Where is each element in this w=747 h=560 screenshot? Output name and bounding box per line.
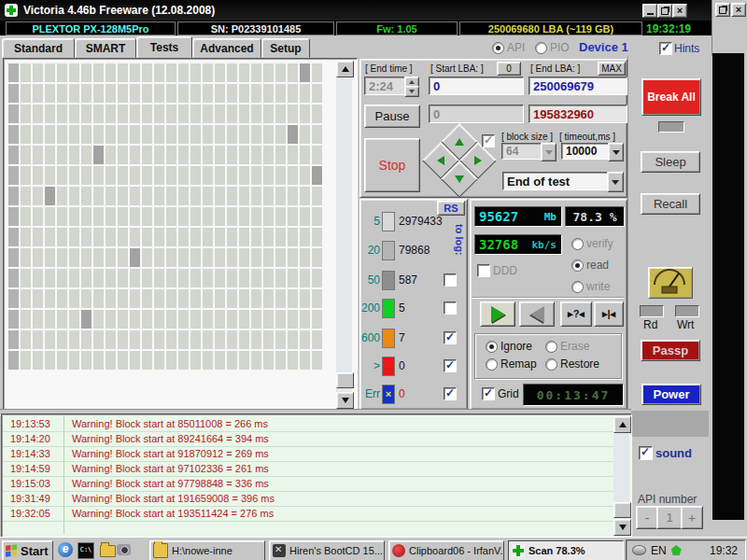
scan-block-cell xyxy=(21,330,31,349)
power-button[interactable]: Power xyxy=(641,384,701,405)
passp-button[interactable]: Passp xyxy=(641,340,700,361)
log-scrollbar-thumb[interactable] xyxy=(613,502,631,518)
folder-quicklaunch-icon[interactable] xyxy=(100,545,116,557)
ignore-radio-label: Ignore xyxy=(500,340,532,353)
scan-block-cell xyxy=(312,84,322,103)
log-rows: 19:13:53Warning! Block start at 85011008… xyxy=(3,416,613,534)
ignore-radio[interactable] xyxy=(486,341,498,353)
edge-seek-button[interactable]: ▸|◂ xyxy=(594,301,624,327)
scan-block-cell xyxy=(215,310,225,329)
tab-smart[interactable]: SMART xyxy=(75,38,136,58)
pause-button[interactable]: Pause xyxy=(364,105,420,128)
scan-block-cell xyxy=(118,125,128,144)
grid-scrollbar-track[interactable] xyxy=(336,61,352,407)
seek-test-button[interactable]: ▸?◂ xyxy=(560,301,592,327)
grid-checkbox[interactable] xyxy=(482,387,495,400)
log-scroll-down-button[interactable] xyxy=(613,519,631,536)
stop-button[interactable]: Stop xyxy=(364,138,420,192)
scan-block-cell xyxy=(300,146,310,164)
scan-block-cell xyxy=(81,351,92,370)
restore-radio[interactable] xyxy=(545,358,557,371)
desktop-black-area xyxy=(712,53,744,520)
grid-scroll-down-button[interactable] xyxy=(336,392,354,409)
end-time-spin-down[interactable] xyxy=(404,86,419,97)
taskbar-button-3[interactable]: Clipboard06 - IrfanV... xyxy=(388,540,504,560)
tools-icon xyxy=(273,544,286,557)
camera-quicklaunch-icon[interactable] xyxy=(117,544,131,555)
scan-block-cell xyxy=(45,187,55,205)
erase-radio[interactable] xyxy=(545,341,557,353)
scan-block-cell xyxy=(203,207,213,226)
start-button[interactable]: Start xyxy=(2,540,53,560)
title-bar[interactable]: Victoria 4.46b Freeware (12.08.2008) xyxy=(0,0,712,21)
tab-tests[interactable]: Tests xyxy=(136,36,192,58)
read-radio[interactable] xyxy=(571,259,584,272)
tab-advanced[interactable]: Advanced xyxy=(192,38,261,58)
restore-button[interactable] xyxy=(657,4,672,18)
minimize-button[interactable] xyxy=(642,4,657,18)
scan-block-cell xyxy=(300,330,310,349)
scan-block-cell xyxy=(251,351,261,370)
mouse-tray-icon[interactable] xyxy=(632,545,646,555)
end-lba-max-button[interactable]: MAX xyxy=(598,62,626,76)
block-size-combo[interactable]: 64 xyxy=(501,143,546,160)
start-lba-input[interactable]: 0 xyxy=(429,77,524,95)
taskbar-button-4[interactable]: Scan 78.3% xyxy=(508,540,624,560)
bg-restore-button[interactable] xyxy=(715,3,730,17)
api-plus-button[interactable]: + xyxy=(681,506,703,529)
legend-log-checkbox[interactable] xyxy=(444,387,457,400)
pio-radio[interactable] xyxy=(535,42,547,54)
log-scroll-up-button[interactable] xyxy=(613,416,631,433)
end-action-select-button[interactable] xyxy=(607,172,624,192)
verify-radio[interactable] xyxy=(571,238,584,250)
hints-checkbox[interactable] xyxy=(659,42,672,55)
scan-block-cell xyxy=(227,146,237,164)
device-label[interactable]: Device 1 xyxy=(579,40,628,54)
scan-block-cell xyxy=(275,330,286,349)
close-button[interactable]: × xyxy=(672,4,687,18)
scan-block-cell xyxy=(263,330,274,349)
legend-log-checkbox[interactable] xyxy=(444,331,457,344)
tray-language[interactable]: EN xyxy=(651,544,667,557)
scan-block-cell xyxy=(288,289,298,308)
cmd-quicklaunch-icon[interactable]: C:\ xyxy=(78,542,94,559)
taskbar-button-1[interactable]: H:\nowe-inne xyxy=(149,540,265,560)
end-action-select[interactable]: End of test xyxy=(502,172,613,190)
play-button[interactable] xyxy=(480,301,515,327)
scan-block-cell xyxy=(178,84,189,103)
start-lba-zero-button[interactable]: 0 xyxy=(497,62,521,76)
scan-block-cell xyxy=(166,207,176,226)
write-radio[interactable] xyxy=(571,281,584,293)
taskbar-button-2[interactable]: Hiren's BootCD 15.... xyxy=(269,540,385,560)
tab-setup[interactable]: Setup xyxy=(261,38,310,58)
sound-checkbox[interactable] xyxy=(639,446,653,460)
sleep-button[interactable]: Sleep xyxy=(641,151,700,173)
scan-block-cell xyxy=(275,84,286,103)
legend-log-checkbox[interactable] xyxy=(444,301,457,315)
nav-option-checkbox[interactable] xyxy=(482,134,495,147)
tab-standard[interactable]: Standard xyxy=(2,38,75,58)
legend-log-checkbox[interactable] xyxy=(444,359,457,372)
scan-block-cell xyxy=(154,105,164,123)
back-button[interactable] xyxy=(519,301,555,327)
ddd-checkbox[interactable] xyxy=(477,264,490,277)
block-size-combo-button[interactable] xyxy=(541,143,557,161)
bg-close-button[interactable]: × xyxy=(731,3,746,17)
remap-radio[interactable] xyxy=(486,358,498,371)
recall-button[interactable]: Recall xyxy=(641,193,700,215)
green-tray-icon[interactable] xyxy=(671,545,682,555)
tray-clock[interactable]: 19:32 xyxy=(710,544,738,557)
legend-log-checkbox[interactable] xyxy=(444,273,457,287)
scan-block-cell xyxy=(275,105,286,123)
grid-scroll-up-button[interactable] xyxy=(336,61,354,77)
break-all-button[interactable]: Break All xyxy=(641,78,701,116)
restore-icon xyxy=(661,7,669,15)
api-radio[interactable] xyxy=(492,42,504,54)
end-lba-input[interactable]: 250069679 xyxy=(529,77,627,95)
api-minus-button[interactable]: - xyxy=(636,506,658,529)
timeout-combo-button[interactable] xyxy=(608,143,624,161)
timeout-combo[interactable]: 10000 xyxy=(561,143,613,160)
scan-block-cell xyxy=(106,228,116,246)
grid-scrollbar-thumb[interactable] xyxy=(336,372,354,388)
ie-quicklaunch-icon[interactable]: e xyxy=(58,542,73,557)
